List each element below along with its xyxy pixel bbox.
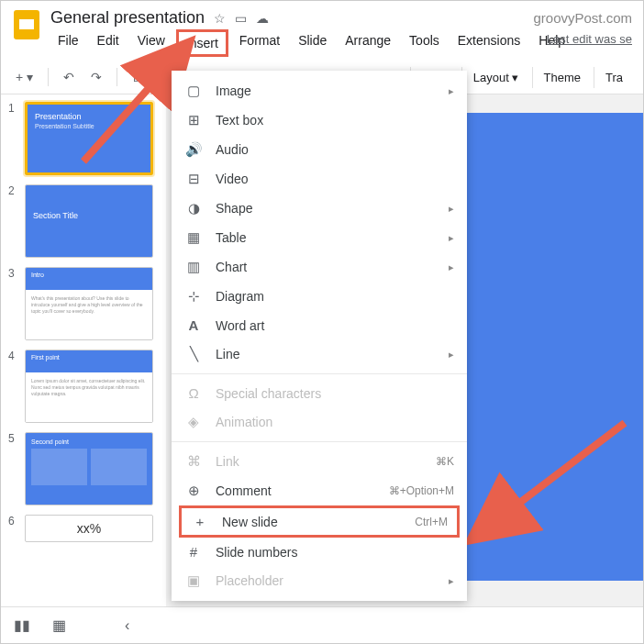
shape-icon: ◑ <box>184 200 203 217</box>
video-icon: ⊟ <box>184 171 203 187</box>
insert-dropdown: ▢Image▸ ⊞Text box 🔊Audio ⊟Video ◑Shape▸ … <box>172 71 467 601</box>
menu-video[interactable]: ⊟Video <box>172 164 467 194</box>
redo-btn[interactable]: ↷ <box>85 66 107 88</box>
menu-special: ΩSpecial characters <box>172 379 467 407</box>
menu-diagram[interactable]: ⊹Diagram <box>172 282 467 311</box>
menu-animation: ◈Animation <box>172 407 467 437</box>
menu-link: ⌘Link⌘K <box>172 447 467 476</box>
special-icon: Ω <box>184 385 203 401</box>
menu-arrange[interactable]: Arrange <box>338 29 398 57</box>
cloud-icon[interactable]: ☁ <box>256 11 269 26</box>
menu-textbox[interactable]: ⊞Text box <box>172 105 467 135</box>
thumb-2[interactable]: Section Title <box>25 184 153 258</box>
menu-table[interactable]: ▦Table▸ <box>172 223 467 252</box>
thumb-6[interactable]: xx% <box>25 515 153 542</box>
thumb-1[interactable]: PresentationPresentation Subtitle <box>25 102 153 175</box>
menu-placeholder: ▣Placeholder▸ <box>172 566 467 595</box>
menu-comment[interactable]: ⊕Comment⌘+Option+M <box>172 476 467 505</box>
animation-icon: ◈ <box>184 414 203 430</box>
menu-chart[interactable]: ▥Chart▸ <box>172 252 467 282</box>
menu-shape[interactable]: ◑Shape▸ <box>172 194 467 223</box>
menu-file[interactable]: File <box>50 29 86 57</box>
menu-line[interactable]: ╲Line▸ <box>172 339 467 369</box>
diagram-icon: ⊹ <box>184 288 203 305</box>
wordart-icon: A <box>184 317 203 333</box>
thumb-5[interactable]: Second point <box>25 432 153 505</box>
menu-tools[interactable]: Tools <box>402 29 447 57</box>
chart-icon: ▥ <box>184 259 203 275</box>
svg-rect-1 <box>19 19 34 29</box>
theme-btn[interactable]: Theme <box>532 67 592 88</box>
menu-insert[interactable]: Insert <box>176 29 228 57</box>
grid-icon[interactable]: ▦ <box>52 616 66 634</box>
menu-image[interactable]: ▢Image▸ <box>172 76 467 105</box>
thumb-3[interactable]: IntroWhat's this presentation about? Use… <box>25 267 153 340</box>
star-icon[interactable]: ☆ <box>214 11 226 26</box>
menu-wordart[interactable]: AWord art <box>172 311 467 339</box>
menubar: File Edit View Insert Format Slide Arran… <box>50 29 572 57</box>
thumbnail-panel: 1PresentationPresentation Subtitle 2Sect… <box>1 94 166 608</box>
undo-btn[interactable]: ↶ <box>58 66 80 88</box>
doc-title[interactable]: General presentation <box>50 8 205 28</box>
slides-logo[interactable] <box>10 8 43 41</box>
move-icon[interactable]: ▭ <box>235 11 247 26</box>
thumb-4[interactable]: First pointLorem ipsum dolor sit amet, c… <box>25 350 153 423</box>
hash-icon: # <box>184 544 203 560</box>
plus-icon: + <box>191 514 209 529</box>
menu-format[interactable]: Format <box>232 29 287 57</box>
line-icon: ╲ <box>184 346 203 362</box>
collapse-icon[interactable]: ‹ <box>125 617 129 634</box>
audio-icon: 🔊 <box>184 141 203 158</box>
textbox-icon: ⊞ <box>184 112 203 128</box>
transition-btn[interactable]: Tra <box>594 67 634 88</box>
menu-extensions[interactable]: Extensions <box>450 29 527 57</box>
menu-slidenums[interactable]: #Slide numbers <box>172 538 467 566</box>
layout-btn[interactable]: Layout ▾ <box>461 67 530 88</box>
menu-audio[interactable]: 🔊Audio <box>172 135 467 164</box>
print-btn[interactable]: 🖶 <box>127 66 150 88</box>
comment-icon: ⊕ <box>184 483 203 499</box>
bottom-bar: ▮▮ ▦ ‹ <box>1 606 643 643</box>
watermark: groovyPost.com <box>533 10 632 26</box>
image-icon: ▢ <box>184 83 203 99</box>
placeholder-icon: ▣ <box>184 572 203 589</box>
link-icon: ⌘ <box>184 453 203 470</box>
table-icon: ▦ <box>184 229 203 246</box>
new-slide-btn[interactable]: + ▾ <box>10 66 39 88</box>
menu-newslide[interactable]: +New slideCtrl+M <box>179 505 460 538</box>
menu-edit[interactable]: Edit <box>90 29 127 57</box>
menu-view[interactable]: View <box>130 29 172 57</box>
filmstrip-icon[interactable]: ▮▮ <box>14 616 30 634</box>
menu-slide[interactable]: Slide <box>291 29 334 57</box>
last-edit-link[interactable]: Last edit was se <box>547 32 632 46</box>
